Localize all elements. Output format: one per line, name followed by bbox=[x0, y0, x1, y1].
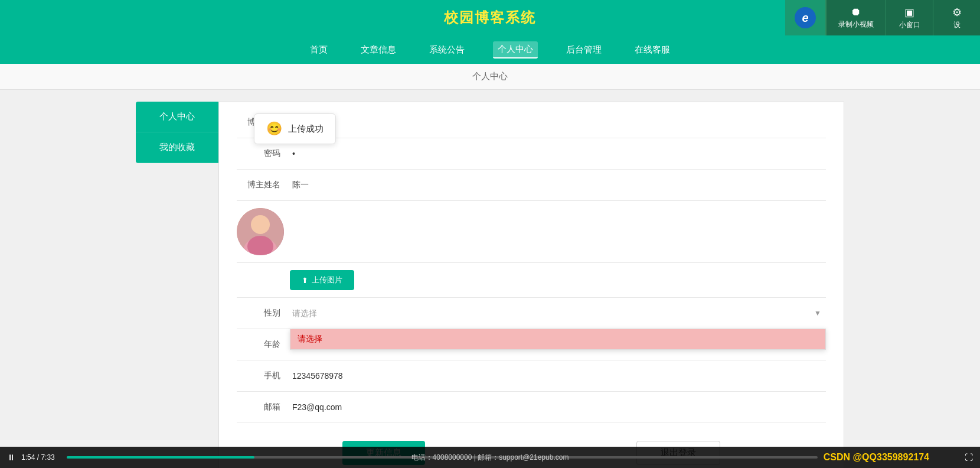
svg-point-1 bbox=[251, 215, 270, 234]
name-row: 博主姓名 bbox=[237, 177, 826, 201]
upload-btn-row: ⬆ 上传图片 bbox=[237, 270, 826, 298]
settings-label: 设 bbox=[953, 20, 961, 30]
record-icon: ⏺ bbox=[851, 6, 861, 18]
nav-item-service[interactable]: 在线客服 bbox=[630, 42, 675, 58]
sidebar-item-personal-center[interactable]: 个人中心 bbox=[136, 102, 218, 132]
email-input[interactable] bbox=[290, 399, 826, 415]
nav-bar: 首页 文章信息 系统公告 个人中心 后台管理 在线客服 bbox=[0, 35, 980, 64]
fullscreen-btn[interactable]: ⛶ bbox=[965, 453, 973, 462]
nav-item-admin[interactable]: 后台管理 bbox=[561, 42, 606, 58]
gender-label: 性别 bbox=[237, 308, 290, 318]
gender-dropdown[interactable]: 请选择 bbox=[290, 329, 826, 350]
top-bar: 校园博客系统 e ⏺ 录制小视频 ▣ 小窗口 ⚙ 设 bbox=[0, 0, 980, 35]
window-icon: ▣ bbox=[904, 6, 914, 19]
upload-icon: ⬆ bbox=[302, 276, 308, 285]
account-input[interactable] bbox=[290, 114, 826, 131]
ie-icon-box: e bbox=[785, 0, 826, 35]
password-label: 密码 bbox=[237, 148, 290, 159]
page-title: 个人中心 bbox=[472, 71, 508, 81]
phone-input[interactable] bbox=[290, 368, 826, 384]
settings-btn[interactable]: ⚙ 设 bbox=[933, 0, 980, 35]
age-label: 年龄 bbox=[237, 339, 290, 350]
footer-info: 电话：4008000000 | 邮箱：support@21epub.com bbox=[411, 453, 569, 463]
upload-label: 上传图片 bbox=[312, 275, 342, 285]
app-title: 校园博客系统 bbox=[444, 8, 536, 27]
sidebar-item-my-favorites[interactable]: 我的收藏 bbox=[136, 132, 218, 163]
nav-item-personal[interactable]: 个人中心 bbox=[493, 41, 538, 58]
current-time: 1:54 bbox=[21, 453, 35, 462]
dropdown-option-placeholder[interactable]: 请选择 bbox=[290, 329, 825, 349]
toast-message: 上传成功 bbox=[288, 124, 324, 135]
toast-notification: 😊 上传成功 bbox=[254, 113, 336, 144]
sidebar-item-favorites-label: 我的收藏 bbox=[159, 142, 195, 152]
upload-image-btn[interactable]: ⬆ 上传图片 bbox=[290, 270, 354, 290]
playback-bar: ⏸ 1:54 / 7:33 CSDN @QQ3359892174 ⛶ 电话：40… bbox=[0, 447, 980, 468]
small-window-btn[interactable]: ▣ 小窗口 bbox=[886, 0, 933, 35]
total-time: 7:33 bbox=[41, 453, 54, 462]
toast-icon: 😊 bbox=[266, 121, 282, 136]
nav-item-articles[interactable]: 文章信息 bbox=[356, 42, 401, 58]
window-label: 小窗口 bbox=[899, 20, 920, 30]
name-input[interactable] bbox=[290, 177, 826, 193]
password-input[interactable] bbox=[290, 145, 826, 162]
nav-item-home[interactable]: 首页 bbox=[305, 42, 332, 58]
avatar-image bbox=[237, 208, 284, 255]
email-label: 邮箱 bbox=[237, 402, 290, 412]
gender-select[interactable]: 请选择 男 女 bbox=[290, 305, 826, 321]
csdn-badge: CSDN @QQ3359892174 bbox=[824, 452, 929, 463]
progress-fill bbox=[67, 456, 254, 459]
nav-item-announcements[interactable]: 系统公告 bbox=[424, 42, 469, 58]
name-label: 博主姓名 bbox=[237, 180, 290, 190]
phone-label: 手机 bbox=[237, 370, 290, 381]
email-row: 邮箱 bbox=[237, 399, 826, 423]
record-video-btn[interactable]: ⏺ 录制小视频 bbox=[826, 0, 886, 35]
sidebar: 个人中心 我的收藏 bbox=[136, 102, 218, 163]
record-label: 录制小视频 bbox=[838, 20, 874, 30]
gender-select-wrapper: 请选择 男 女 ▼ bbox=[290, 305, 826, 321]
main-layout: 个人中心 我的收藏 😊 上传成功 博主账号 密码 博主姓名 bbox=[136, 90, 844, 468]
settings-icon: ⚙ bbox=[952, 6, 962, 19]
ie-icon: e bbox=[795, 7, 816, 28]
sidebar-item-personal-label: 个人中心 bbox=[159, 111, 195, 121]
top-right-tools: e ⏺ 录制小视频 ▣ 小窗口 ⚙ 设 bbox=[785, 0, 980, 35]
avatar bbox=[237, 208, 284, 255]
phone-row: 手机 bbox=[237, 368, 826, 392]
avatar-row bbox=[237, 208, 826, 263]
page-breadcrumb: 个人中心 bbox=[0, 64, 980, 90]
time-display: 1:54 / 7:33 bbox=[21, 453, 55, 462]
password-row: 密码 bbox=[237, 145, 826, 170]
pause-btn[interactable]: ⏸ bbox=[7, 453, 15, 462]
content-area: 😊 上传成功 博主账号 密码 博主姓名 bbox=[218, 102, 844, 468]
gender-row: 性别 请选择 男 女 ▼ 请选择 bbox=[237, 305, 826, 329]
